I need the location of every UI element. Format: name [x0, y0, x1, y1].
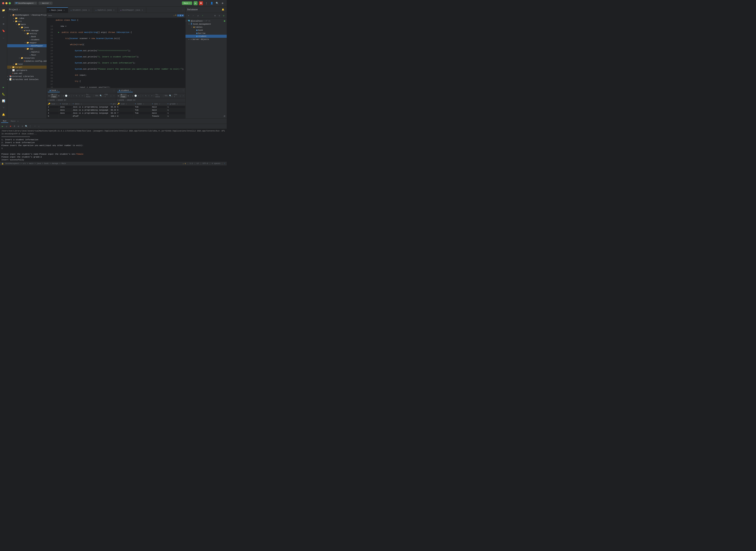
- table-row[interactable]: 4JavaJava is a programming language99.90: [47, 112, 116, 115]
- db-notification-button[interactable]: 🔔: [221, 8, 225, 12]
- rollback-button[interactable]: ↩: [81, 94, 84, 98]
- scroll-up-button[interactable]: ↑: [33, 125, 37, 128]
- db-tree[interactable]: ▾ 🐬 @localhost 1 of 11 ▾ 🗄 book_manageme…: [185, 19, 227, 114]
- encoding-status[interactable]: UTF-8: [203, 162, 208, 164]
- search-button[interactable]: 🔍: [215, 1, 219, 5]
- debug-tool-button[interactable]: 🐛: [1, 92, 6, 96]
- table-row[interactable]: 5dfsdf100.00: [47, 115, 116, 118]
- table-menu-button[interactable]: ⋮: [182, 89, 184, 92]
- main-instance-tab[interactable]: Main ✕: [9, 120, 20, 123]
- table-row[interactable]: 3JavaJava is a programming language99.90: [47, 109, 116, 112]
- col-bid[interactable]: 🔑 bid ⇕: [47, 102, 59, 105]
- table-menu-button[interactable]: ⋮: [113, 89, 115, 92]
- tab-close-button[interactable]: ✕: [17, 120, 19, 122]
- sidebar-item-mapper[interactable]: ▾ 📂 mapper: [7, 41, 47, 44]
- student-table-tab[interactable]: ▦ student ✕: [117, 89, 133, 92]
- project-tree[interactable]: ▾ 📦 BookManagment ~/Desktop/Projects ▸ 📂…: [7, 13, 47, 118]
- delete-row-button[interactable]: −: [141, 94, 144, 98]
- sidebar-item-entity[interactable]: ▾ 📂 entity: [7, 32, 47, 35]
- search-output-button[interactable]: 🔍: [24, 125, 28, 128]
- search-button[interactable]: 🔍: [100, 94, 102, 98]
- add-row-button[interactable]: +: [137, 94, 140, 98]
- commit-button[interactable]: ↑: [78, 94, 81, 98]
- run-tab[interactable]: Run: [1, 120, 8, 123]
- table-row[interactable]: 5Tommale1: [116, 105, 185, 109]
- tab-close-button[interactable]: ✕: [141, 9, 143, 11]
- table-row[interactable]: 2JavaJava is a programming language99.90: [47, 105, 116, 109]
- db-connection-item[interactable]: ▾ 🐬 @localhost 1 of 11: [185, 19, 227, 22]
- col-sid[interactable]: 🔑 sid ⇕: [116, 102, 134, 105]
- git-push-status[interactable]: ↑: [224, 162, 225, 164]
- db-add-button[interactable]: +: [186, 14, 191, 18]
- notifications-button[interactable]: 🔔: [1, 112, 6, 117]
- sidebar-item-target[interactable]: ▸ 📂 target: [7, 66, 47, 69]
- git-tool-button[interactable]: ⑂: [1, 105, 6, 110]
- sidebar-item-student-java[interactable]: ▸ ☕ Student: [7, 38, 47, 41]
- scroll-down-button[interactable]: ↓: [37, 125, 41, 128]
- run-button[interactable]: ▶: [194, 1, 198, 5]
- reload-button[interactable]: ↺: [5, 125, 8, 128]
- project-name-label[interactable]: BM BookManagment ▾: [14, 2, 37, 5]
- sidebar-item-src[interactable]: ▾ 📂 src: [7, 20, 47, 23]
- delete-row-button[interactable]: −: [72, 94, 75, 98]
- sidebar-item-main[interactable]: ▾ 📂 main: [7, 23, 47, 26]
- branch-label[interactable]: ⑂ master ▾: [38, 2, 52, 5]
- filter-button[interactable]: 🕐: [65, 94, 68, 98]
- editor-tabs-menu-button[interactable]: ⋮: [180, 8, 185, 13]
- status-path[interactable]: BookManagment > src > main > java > book…: [5, 162, 66, 164]
- col-desc[interactable]: T desc ⇕: [71, 102, 109, 105]
- db-database-item[interactable]: ▾ 🗄 book_management: [185, 22, 227, 26]
- sidebar-item-package[interactable]: ▾ ◉ book.manage: [7, 29, 47, 32]
- tab-bookmapper-java[interactable]: ☕ BookMapper.java ✕: [118, 7, 146, 13]
- import-button[interactable]: ↑: [113, 94, 115, 98]
- order-filter[interactable]: ↕ ORDER BY: [125, 99, 136, 101]
- search-button[interactable]: 🔍: [169, 94, 172, 98]
- tab-sqlutil-java[interactable]: ☕ SqlUtil.java ✕: [93, 7, 118, 13]
- sidebar-item-pom-xml[interactable]: ▸ ⚙ pom.xml: [7, 72, 47, 75]
- more-actions-button[interactable]: ⋮: [205, 1, 208, 5]
- profiler-tool-button[interactable]: 📊: [1, 98, 6, 103]
- tab-close-button[interactable]: ✕: [113, 9, 115, 11]
- db-remove-button[interactable]: −: [191, 14, 195, 18]
- tab-close-button[interactable]: ✕: [88, 9, 90, 11]
- minimize-button[interactable]: [5, 2, 8, 4]
- where-filter[interactable]: ≡ WHERE: [48, 99, 55, 101]
- import-button[interactable]: ↑: [182, 94, 184, 98]
- stop-button[interactable]: ■: [199, 1, 203, 5]
- add-row-button[interactable]: +: [68, 94, 71, 98]
- col-name[interactable]: T name ⇕: [134, 102, 151, 105]
- rollback-button[interactable]: ↩: [150, 94, 153, 98]
- sidebar-item-sql[interactable]: ▾ 📂 sql: [7, 47, 47, 50]
- sidebar-item-resources[interactable]: ▾ 📂 resources: [7, 56, 47, 59]
- db-connect-button[interactable]: ⚡: [201, 14, 205, 18]
- book-table-tab[interactable]: ▦ book ✕: [48, 89, 60, 92]
- line-col-status[interactable]: 1:1: [190, 162, 193, 164]
- db-layout-button[interactable]: ⊞: [213, 14, 217, 18]
- col-sex[interactable]: T sex ⇕: [151, 102, 166, 105]
- sidebar-item-gitignore[interactable]: ▸ ⬜ .gitignore: [7, 69, 47, 72]
- db-server-objects[interactable]: ▸ ⚙ Server Objects: [185, 38, 227, 41]
- commit-button[interactable]: ↑: [147, 94, 150, 98]
- table-tab-close-button[interactable]: ✕: [57, 89, 58, 91]
- col-title[interactable]: T title ⇕: [59, 102, 71, 105]
- sidebar-item-external-libraries[interactable]: ▸ 📚 External Libraries: [7, 75, 47, 78]
- refresh-button[interactable]: ↺: [62, 94, 65, 98]
- sidebar-item-mybatis-config[interactable]: ▸ ⚙ mybatis-config.xml: [7, 59, 47, 63]
- code-editor[interactable]: 18 19 20 21 22 23 24 25 26 27 28 29 30 3…: [47, 18, 185, 88]
- table-tab-close-button[interactable]: ✕: [130, 89, 131, 91]
- rerun-button[interactable]: ▶: [1, 125, 4, 128]
- sidebar-item-sqlutil[interactable]: ▸ ☕ SqlUtil: [7, 50, 47, 53]
- edit-button[interactable]: ✎: [75, 94, 78, 98]
- warning-status[interactable]: ⚠ 6: [182, 162, 186, 165]
- table-row[interactable]: 6Tommale1: [116, 109, 185, 112]
- close-button[interactable]: [2, 2, 4, 4]
- more-actions-button[interactable]: ⋮: [28, 125, 32, 128]
- prev-page-button[interactable]: ◀: [47, 94, 50, 98]
- run-tool-button[interactable]: ▶: [1, 85, 6, 90]
- db-refresh-button[interactable]: ↺: [196, 14, 200, 18]
- bookmarks-tool-button[interactable]: 🔖: [1, 28, 6, 33]
- db-table-student[interactable]: ▸ ▦ student: [185, 35, 227, 38]
- db-tables-item[interactable]: ▾ ▦ tables: [185, 26, 227, 29]
- export-button[interactable]: ↓: [109, 94, 112, 98]
- sidebar-item-java[interactable]: ▾ 📂 java: [7, 26, 47, 29]
